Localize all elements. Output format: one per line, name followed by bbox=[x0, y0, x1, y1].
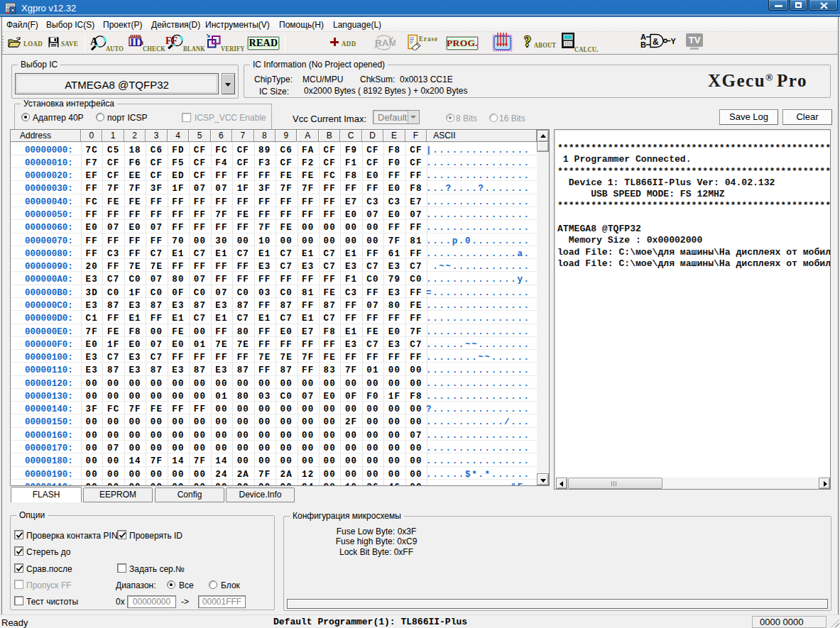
svg-text:Y: Y bbox=[671, 37, 677, 45]
svg-text:B: B bbox=[640, 40, 646, 49]
svg-text:&: & bbox=[653, 37, 659, 47]
svg-text:RAM: RAM bbox=[375, 38, 396, 48]
svg-text:FF: FF bbox=[165, 35, 178, 46]
svg-text:ID: ID bbox=[130, 36, 143, 48]
svg-text:A: A bbox=[90, 35, 98, 47]
